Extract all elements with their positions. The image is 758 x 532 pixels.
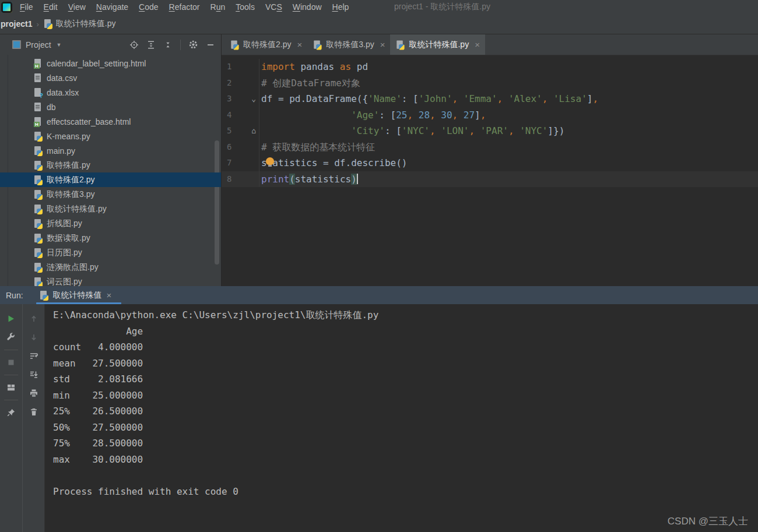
pin-icon[interactable] xyxy=(5,406,17,419)
breadcrumb-file[interactable]: 取统计特殊值.py xyxy=(56,19,116,29)
menu-vcs[interactable]: VCS xyxy=(260,0,287,14)
csdn-watermark: CSDN @三玉人士 xyxy=(668,515,748,528)
menu-file[interactable]: File xyxy=(15,0,38,14)
close-icon[interactable]: × xyxy=(107,290,112,300)
toolbar-separator xyxy=(4,400,18,400)
fold-up-icon[interactable]: ⌂ xyxy=(240,123,259,139)
code-editor[interactable]: 1import pandas as pd2# 创建DataFrame对象3⌄df… xyxy=(222,55,758,286)
locate-icon[interactable] xyxy=(129,40,139,50)
code-line-7[interactable]: 7statistics = df.describe() xyxy=(222,155,758,171)
tree-item-label: 取特殊值3.py xyxy=(47,189,94,200)
tree-item-label: K-means.py xyxy=(47,132,90,141)
tree-item[interactable]: 折线图.py xyxy=(0,216,221,231)
collapse-all-icon[interactable] xyxy=(163,40,173,50)
gutter[interactable]: 2 xyxy=(222,75,259,91)
tree-item[interactable]: effectscatter_base.html xyxy=(0,114,221,129)
tree-item[interactable]: 词云图.py xyxy=(0,274,221,286)
close-icon[interactable]: × xyxy=(475,40,480,50)
python-file-icon xyxy=(230,40,238,49)
stop-icon xyxy=(5,356,17,369)
run-tab[interactable]: 取统计特殊值 × xyxy=(39,290,112,301)
tree-item-label: main.py xyxy=(47,146,75,156)
menu-window[interactable]: Window xyxy=(287,0,327,14)
gutter[interactable]: 1 xyxy=(222,59,259,75)
tree-item[interactable]: data.csv xyxy=(0,71,221,85)
scroll-to-end-icon[interactable] xyxy=(27,368,40,381)
code-line-8[interactable]: 8print(statistics) xyxy=(222,171,758,188)
gutter[interactable]: 3⌄ xyxy=(222,91,259,107)
tree-item[interactable]: 取特殊值2.py xyxy=(0,172,221,187)
tree-item[interactable]: 取特殊值.py xyxy=(0,158,221,172)
tree-item[interactable]: 取统计特殊值.py xyxy=(0,202,221,216)
tree-item[interactable]: 数据读取.py xyxy=(0,231,221,245)
tree-item-label: 数据读取.py xyxy=(47,233,90,244)
gutter[interactable]: 4 xyxy=(222,107,259,124)
tree-item[interactable]: data.xlsx xyxy=(0,85,221,100)
expand-all-icon[interactable] xyxy=(146,40,156,50)
gutter[interactable]: 6 xyxy=(222,139,259,156)
soft-wrap-icon[interactable] xyxy=(27,350,40,362)
menu-tools[interactable]: Tools xyxy=(230,0,260,14)
tree-item[interactable]: db xyxy=(0,100,221,114)
run-console[interactable]: E:\Anaconda\python.exe C:\Users\zjl\proj… xyxy=(45,304,758,532)
code-line-2[interactable]: 2# 创建DataFrame对象 xyxy=(222,75,758,91)
intention-bulb-icon[interactable] xyxy=(266,157,274,165)
project-view-icon xyxy=(12,40,21,49)
text-cursor xyxy=(357,174,358,184)
menu-code[interactable]: Code xyxy=(134,0,163,14)
run-panel-header: Run: 取统计特殊值 × xyxy=(0,286,758,304)
menu-help[interactable]: Help xyxy=(327,0,355,14)
gutter[interactable]: 8 xyxy=(222,171,259,188)
python-file-icon xyxy=(33,277,43,287)
pycharm-logo-icon xyxy=(1,2,12,13)
menu-view[interactable]: View xyxy=(63,0,91,14)
down-stack-icon xyxy=(27,331,40,344)
menu-refactor[interactable]: Refactor xyxy=(164,0,205,14)
tree-item-label: 取特殊值2.py xyxy=(47,175,94,185)
tree-item[interactable]: 涟漪散点图.py xyxy=(0,260,221,274)
python-file-icon xyxy=(33,146,43,156)
code-line-5[interactable]: 5⌂ 'City': ['NYC', 'LON', 'PAR', 'NYC']}… xyxy=(222,123,758,139)
breadcrumb-project[interactable]: project1 xyxy=(1,19,32,29)
hide-panel-icon[interactable] xyxy=(206,40,215,50)
restore-layout-icon[interactable] xyxy=(5,381,17,394)
menu-run[interactable]: Run xyxy=(205,0,231,14)
tree-item[interactable]: K-means.py xyxy=(0,129,221,143)
menu-navigate[interactable]: Navigate xyxy=(91,0,134,14)
fold-down-icon[interactable]: ⌄ xyxy=(240,91,259,107)
rerun-icon[interactable] xyxy=(5,312,17,325)
project-panel: Project ▼ xyxy=(0,34,222,286)
clear-all-icon[interactable] xyxy=(27,406,40,418)
tree-item[interactable]: 取特殊值3.py xyxy=(0,187,221,202)
tree-item[interactable]: main.py xyxy=(0,143,221,158)
menu-edit[interactable]: Edit xyxy=(38,0,63,14)
tree-item-label: 涟漪散点图.py xyxy=(47,262,99,273)
code-line-6[interactable]: 6# 获取数据的基本统计特征 xyxy=(222,139,758,156)
print-icon[interactable] xyxy=(27,387,40,400)
editor-tab[interactable]: 取统计特殊值.py × xyxy=(390,34,485,55)
python-file-icon xyxy=(33,175,43,185)
gutter[interactable]: 5⌂ xyxy=(222,123,259,139)
python-file-icon xyxy=(396,40,405,49)
code-line-3[interactable]: 3⌄df = pd.DataFrame({'Name': ['John', 'E… xyxy=(222,91,758,107)
close-icon[interactable]: × xyxy=(297,40,302,50)
editor-tab[interactable]: 取特殊值2.py × xyxy=(224,34,307,55)
tree-item-label: calendar_label_setting.html xyxy=(47,59,146,68)
editor-tab[interactable]: 取特殊值3.py × xyxy=(307,34,390,55)
code-line-4[interactable]: 4 'Age': [25, 28, 30, 27], xyxy=(222,107,758,124)
project-panel-title[interactable]: Project xyxy=(26,40,51,50)
tree-item-label: 日历图.py xyxy=(47,248,82,258)
toolbar-separator xyxy=(4,375,18,375)
tree-item[interactable]: 日历图.py xyxy=(0,245,221,260)
python-file-icon xyxy=(33,161,43,170)
tree-item[interactable]: calendar_label_setting.html xyxy=(0,56,221,71)
python-file-icon xyxy=(33,205,43,214)
gutter[interactable]: 7 xyxy=(222,155,259,171)
settings-icon[interactable] xyxy=(5,331,17,344)
breadcrumb: project1 › 取统计特殊值.py xyxy=(0,14,758,34)
close-icon[interactable]: × xyxy=(380,40,385,50)
code-line-1[interactable]: 1import pandas as pd xyxy=(222,59,758,75)
python-file-icon xyxy=(33,234,43,243)
chevron-down-icon[interactable]: ▼ xyxy=(57,42,62,48)
settings-icon[interactable] xyxy=(188,40,198,50)
